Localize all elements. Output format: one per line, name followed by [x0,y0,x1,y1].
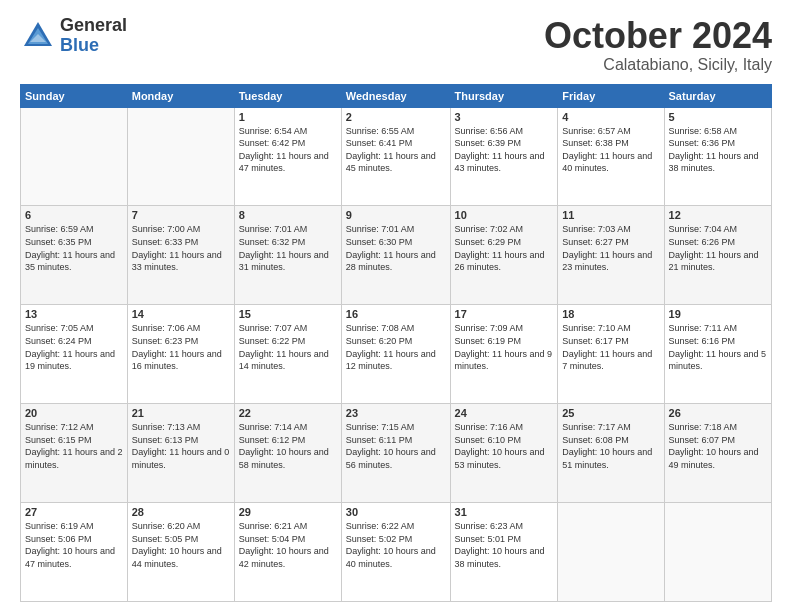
day-number: 12 [669,209,767,221]
day-info: Sunrise: 7:02 AM Sunset: 6:29 PM Dayligh… [455,223,554,273]
day-info: Sunrise: 7:07 AM Sunset: 6:22 PM Dayligh… [239,322,337,372]
calendar-cell: 7Sunrise: 7:00 AM Sunset: 6:33 PM Daylig… [127,206,234,305]
day-info: Sunrise: 6:21 AM Sunset: 5:04 PM Dayligh… [239,520,337,570]
logo: General Blue [20,16,127,56]
day-info: Sunrise: 6:19 AM Sunset: 5:06 PM Dayligh… [25,520,123,570]
calendar-cell: 29Sunrise: 6:21 AM Sunset: 5:04 PM Dayli… [234,503,341,602]
day-info: Sunrise: 6:55 AM Sunset: 6:41 PM Dayligh… [346,125,446,175]
day-number: 25 [562,407,659,419]
day-info: Sunrise: 7:00 AM Sunset: 6:33 PM Dayligh… [132,223,230,273]
day-info: Sunrise: 6:22 AM Sunset: 5:02 PM Dayligh… [346,520,446,570]
calendar-cell: 21Sunrise: 7:13 AM Sunset: 6:13 PM Dayli… [127,404,234,503]
calendar-cell: 1Sunrise: 6:54 AM Sunset: 6:42 PM Daylig… [234,107,341,206]
day-info: Sunrise: 7:10 AM Sunset: 6:17 PM Dayligh… [562,322,659,372]
calendar-cell: 23Sunrise: 7:15 AM Sunset: 6:11 PM Dayli… [341,404,450,503]
calendar-cell: 27Sunrise: 6:19 AM Sunset: 5:06 PM Dayli… [21,503,128,602]
calendar-cell: 25Sunrise: 7:17 AM Sunset: 6:08 PM Dayli… [558,404,664,503]
calendar-table: Sunday Monday Tuesday Wednesday Thursday… [20,84,772,602]
calendar-cell: 9Sunrise: 7:01 AM Sunset: 6:30 PM Daylig… [341,206,450,305]
day-number: 9 [346,209,446,221]
calendar-cell: 12Sunrise: 7:04 AM Sunset: 6:26 PM Dayli… [664,206,771,305]
calendar-cell: 14Sunrise: 7:06 AM Sunset: 6:23 PM Dayli… [127,305,234,404]
day-info: Sunrise: 6:20 AM Sunset: 5:05 PM Dayligh… [132,520,230,570]
day-number: 22 [239,407,337,419]
day-info: Sunrise: 7:09 AM Sunset: 6:19 PM Dayligh… [455,322,554,372]
calendar-cell: 28Sunrise: 6:20 AM Sunset: 5:05 PM Dayli… [127,503,234,602]
day-number: 24 [455,407,554,419]
day-info: Sunrise: 7:03 AM Sunset: 6:27 PM Dayligh… [562,223,659,273]
day-info: Sunrise: 7:15 AM Sunset: 6:11 PM Dayligh… [346,421,446,471]
day-number: 20 [25,407,123,419]
day-number: 18 [562,308,659,320]
day-number: 10 [455,209,554,221]
day-info: Sunrise: 7:12 AM Sunset: 6:15 PM Dayligh… [25,421,123,471]
day-number: 28 [132,506,230,518]
calendar-cell: 24Sunrise: 7:16 AM Sunset: 6:10 PM Dayli… [450,404,558,503]
day-number: 5 [669,111,767,123]
day-info: Sunrise: 6:59 AM Sunset: 6:35 PM Dayligh… [25,223,123,273]
col-wednesday: Wednesday [341,84,450,107]
logo-text: General Blue [60,16,127,56]
col-friday: Friday [558,84,664,107]
logo-blue: Blue [60,36,127,56]
day-number: 30 [346,506,446,518]
day-number: 11 [562,209,659,221]
calendar-cell: 5Sunrise: 6:58 AM Sunset: 6:36 PM Daylig… [664,107,771,206]
day-info: Sunrise: 7:17 AM Sunset: 6:08 PM Dayligh… [562,421,659,471]
day-number: 2 [346,111,446,123]
calendar-cell: 13Sunrise: 7:05 AM Sunset: 6:24 PM Dayli… [21,305,128,404]
col-monday: Monday [127,84,234,107]
title-block: October 2024 Calatabiano, Sicily, Italy [544,16,772,74]
day-number: 8 [239,209,337,221]
calendar-cell: 6Sunrise: 6:59 AM Sunset: 6:35 PM Daylig… [21,206,128,305]
day-number: 23 [346,407,446,419]
day-info: Sunrise: 6:57 AM Sunset: 6:38 PM Dayligh… [562,125,659,175]
week-row-1: 1Sunrise: 6:54 AM Sunset: 6:42 PM Daylig… [21,107,772,206]
day-info: Sunrise: 6:54 AM Sunset: 6:42 PM Dayligh… [239,125,337,175]
day-info: Sunrise: 6:56 AM Sunset: 6:39 PM Dayligh… [455,125,554,175]
calendar-header-row: Sunday Monday Tuesday Wednesday Thursday… [21,84,772,107]
day-info: Sunrise: 7:08 AM Sunset: 6:20 PM Dayligh… [346,322,446,372]
calendar-cell: 19Sunrise: 7:11 AM Sunset: 6:16 PM Dayli… [664,305,771,404]
day-number: 21 [132,407,230,419]
calendar-cell: 8Sunrise: 7:01 AM Sunset: 6:32 PM Daylig… [234,206,341,305]
day-info: Sunrise: 7:05 AM Sunset: 6:24 PM Dayligh… [25,322,123,372]
day-info: Sunrise: 7:18 AM Sunset: 6:07 PM Dayligh… [669,421,767,471]
day-number: 6 [25,209,123,221]
calendar-cell: 31Sunrise: 6:23 AM Sunset: 5:01 PM Dayli… [450,503,558,602]
calendar-cell: 15Sunrise: 7:07 AM Sunset: 6:22 PM Dayli… [234,305,341,404]
calendar-cell: 18Sunrise: 7:10 AM Sunset: 6:17 PM Dayli… [558,305,664,404]
col-thursday: Thursday [450,84,558,107]
calendar-cell: 30Sunrise: 6:22 AM Sunset: 5:02 PM Dayli… [341,503,450,602]
day-number: 16 [346,308,446,320]
week-row-4: 20Sunrise: 7:12 AM Sunset: 6:15 PM Dayli… [21,404,772,503]
calendar-cell [127,107,234,206]
day-info: Sunrise: 7:13 AM Sunset: 6:13 PM Dayligh… [132,421,230,471]
calendar-cell: 17Sunrise: 7:09 AM Sunset: 6:19 PM Dayli… [450,305,558,404]
day-info: Sunrise: 6:23 AM Sunset: 5:01 PM Dayligh… [455,520,554,570]
calendar-cell: 4Sunrise: 6:57 AM Sunset: 6:38 PM Daylig… [558,107,664,206]
day-info: Sunrise: 7:06 AM Sunset: 6:23 PM Dayligh… [132,322,230,372]
week-row-2: 6Sunrise: 6:59 AM Sunset: 6:35 PM Daylig… [21,206,772,305]
calendar-cell: 26Sunrise: 7:18 AM Sunset: 6:07 PM Dayli… [664,404,771,503]
logo-general: General [60,16,127,36]
day-number: 13 [25,308,123,320]
calendar-cell [21,107,128,206]
week-row-3: 13Sunrise: 7:05 AM Sunset: 6:24 PM Dayli… [21,305,772,404]
day-number: 14 [132,308,230,320]
day-info: Sunrise: 7:01 AM Sunset: 6:30 PM Dayligh… [346,223,446,273]
day-info: Sunrise: 7:14 AM Sunset: 6:12 PM Dayligh… [239,421,337,471]
day-number: 4 [562,111,659,123]
day-number: 31 [455,506,554,518]
day-number: 26 [669,407,767,419]
calendar-cell: 3Sunrise: 6:56 AM Sunset: 6:39 PM Daylig… [450,107,558,206]
col-saturday: Saturday [664,84,771,107]
calendar-cell: 10Sunrise: 7:02 AM Sunset: 6:29 PM Dayli… [450,206,558,305]
col-tuesday: Tuesday [234,84,341,107]
day-info: Sunrise: 7:11 AM Sunset: 6:16 PM Dayligh… [669,322,767,372]
day-number: 15 [239,308,337,320]
day-number: 7 [132,209,230,221]
day-number: 27 [25,506,123,518]
col-sunday: Sunday [21,84,128,107]
day-number: 3 [455,111,554,123]
